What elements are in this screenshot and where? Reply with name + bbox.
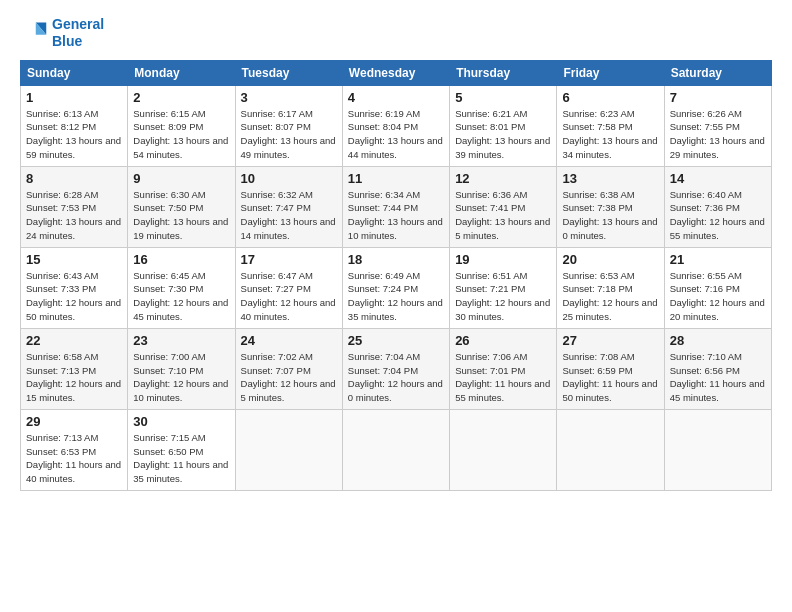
day-info: Sunrise: 6:21 AMSunset: 8:01 PMDaylight:… — [455, 107, 551, 162]
day-info: Sunrise: 6:36 AMSunset: 7:41 PMDaylight:… — [455, 188, 551, 243]
logo-text: General Blue — [52, 16, 104, 50]
empty-cell — [235, 409, 342, 490]
col-header-sunday: Sunday — [21, 60, 128, 85]
col-header-thursday: Thursday — [450, 60, 557, 85]
col-header-wednesday: Wednesday — [342, 60, 449, 85]
day-number: 13 — [562, 171, 658, 186]
calendar-week-5: 29Sunrise: 7:13 AMSunset: 6:53 PMDayligh… — [21, 409, 772, 490]
calendar-day-15: 15Sunrise: 6:43 AMSunset: 7:33 PMDayligh… — [21, 247, 128, 328]
day-info: Sunrise: 6:58 AMSunset: 7:13 PMDaylight:… — [26, 350, 122, 405]
day-number: 7 — [670, 90, 766, 105]
calendar-day-11: 11Sunrise: 6:34 AMSunset: 7:44 PMDayligh… — [342, 166, 449, 247]
day-info: Sunrise: 7:13 AMSunset: 6:53 PMDaylight:… — [26, 431, 122, 486]
day-info: Sunrise: 6:45 AMSunset: 7:30 PMDaylight:… — [133, 269, 229, 324]
day-number: 2 — [133, 90, 229, 105]
day-info: Sunrise: 6:51 AMSunset: 7:21 PMDaylight:… — [455, 269, 551, 324]
day-number: 4 — [348, 90, 444, 105]
day-info: Sunrise: 7:10 AMSunset: 6:56 PMDaylight:… — [670, 350, 766, 405]
col-header-tuesday: Tuesday — [235, 60, 342, 85]
page: General Blue SundayMondayTuesdayWednesda… — [0, 0, 792, 612]
calendar-day-20: 20Sunrise: 6:53 AMSunset: 7:18 PMDayligh… — [557, 247, 664, 328]
day-number: 11 — [348, 171, 444, 186]
calendar-day-22: 22Sunrise: 6:58 AMSunset: 7:13 PMDayligh… — [21, 328, 128, 409]
day-info: Sunrise: 7:00 AMSunset: 7:10 PMDaylight:… — [133, 350, 229, 405]
day-info: Sunrise: 6:32 AMSunset: 7:47 PMDaylight:… — [241, 188, 337, 243]
day-info: Sunrise: 6:38 AMSunset: 7:38 PMDaylight:… — [562, 188, 658, 243]
calendar-day-4: 4Sunrise: 6:19 AMSunset: 8:04 PMDaylight… — [342, 85, 449, 166]
day-number: 8 — [26, 171, 122, 186]
calendar-day-9: 9Sunrise: 6:30 AMSunset: 7:50 PMDaylight… — [128, 166, 235, 247]
calendar-day-1: 1Sunrise: 6:13 AMSunset: 8:12 PMDaylight… — [21, 85, 128, 166]
empty-cell — [557, 409, 664, 490]
calendar-week-1: 1Sunrise: 6:13 AMSunset: 8:12 PMDaylight… — [21, 85, 772, 166]
day-info: Sunrise: 6:15 AMSunset: 8:09 PMDaylight:… — [133, 107, 229, 162]
day-number: 3 — [241, 90, 337, 105]
calendar-day-25: 25Sunrise: 7:04 AMSunset: 7:04 PMDayligh… — [342, 328, 449, 409]
day-number: 6 — [562, 90, 658, 105]
calendar-day-3: 3Sunrise: 6:17 AMSunset: 8:07 PMDaylight… — [235, 85, 342, 166]
calendar-day-6: 6Sunrise: 6:23 AMSunset: 7:58 PMDaylight… — [557, 85, 664, 166]
calendar-day-26: 26Sunrise: 7:06 AMSunset: 7:01 PMDayligh… — [450, 328, 557, 409]
col-header-saturday: Saturday — [664, 60, 771, 85]
calendar-day-2: 2Sunrise: 6:15 AMSunset: 8:09 PMDaylight… — [128, 85, 235, 166]
logo-icon — [20, 19, 48, 47]
calendar-day-24: 24Sunrise: 7:02 AMSunset: 7:07 PMDayligh… — [235, 328, 342, 409]
day-info: Sunrise: 7:06 AMSunset: 7:01 PMDaylight:… — [455, 350, 551, 405]
col-header-friday: Friday — [557, 60, 664, 85]
logo: General Blue — [20, 16, 104, 50]
day-number: 20 — [562, 252, 658, 267]
day-number: 25 — [348, 333, 444, 348]
day-number: 18 — [348, 252, 444, 267]
day-number: 17 — [241, 252, 337, 267]
day-number: 15 — [26, 252, 122, 267]
calendar-day-29: 29Sunrise: 7:13 AMSunset: 6:53 PMDayligh… — [21, 409, 128, 490]
col-header-monday: Monday — [128, 60, 235, 85]
calendar-day-10: 10Sunrise: 6:32 AMSunset: 7:47 PMDayligh… — [235, 166, 342, 247]
day-number: 21 — [670, 252, 766, 267]
day-info: Sunrise: 6:23 AMSunset: 7:58 PMDaylight:… — [562, 107, 658, 162]
calendar-day-14: 14Sunrise: 6:40 AMSunset: 7:36 PMDayligh… — [664, 166, 771, 247]
day-number: 23 — [133, 333, 229, 348]
day-info: Sunrise: 6:49 AMSunset: 7:24 PMDaylight:… — [348, 269, 444, 324]
day-number: 24 — [241, 333, 337, 348]
day-number: 16 — [133, 252, 229, 267]
day-info: Sunrise: 6:55 AMSunset: 7:16 PMDaylight:… — [670, 269, 766, 324]
day-info: Sunrise: 6:40 AMSunset: 7:36 PMDaylight:… — [670, 188, 766, 243]
header: General Blue — [20, 16, 772, 50]
empty-cell — [342, 409, 449, 490]
calendar-day-21: 21Sunrise: 6:55 AMSunset: 7:16 PMDayligh… — [664, 247, 771, 328]
calendar-day-28: 28Sunrise: 7:10 AMSunset: 6:56 PMDayligh… — [664, 328, 771, 409]
calendar-day-18: 18Sunrise: 6:49 AMSunset: 7:24 PMDayligh… — [342, 247, 449, 328]
day-info: Sunrise: 7:08 AMSunset: 6:59 PMDaylight:… — [562, 350, 658, 405]
calendar-day-8: 8Sunrise: 6:28 AMSunset: 7:53 PMDaylight… — [21, 166, 128, 247]
calendar-day-19: 19Sunrise: 6:51 AMSunset: 7:21 PMDayligh… — [450, 247, 557, 328]
day-info: Sunrise: 6:34 AMSunset: 7:44 PMDaylight:… — [348, 188, 444, 243]
day-info: Sunrise: 6:13 AMSunset: 8:12 PMDaylight:… — [26, 107, 122, 162]
day-info: Sunrise: 7:04 AMSunset: 7:04 PMDaylight:… — [348, 350, 444, 405]
empty-cell — [664, 409, 771, 490]
day-number: 26 — [455, 333, 551, 348]
calendar-day-12: 12Sunrise: 6:36 AMSunset: 7:41 PMDayligh… — [450, 166, 557, 247]
day-info: Sunrise: 6:43 AMSunset: 7:33 PMDaylight:… — [26, 269, 122, 324]
day-number: 12 — [455, 171, 551, 186]
calendar-day-5: 5Sunrise: 6:21 AMSunset: 8:01 PMDaylight… — [450, 85, 557, 166]
day-info: Sunrise: 7:02 AMSunset: 7:07 PMDaylight:… — [241, 350, 337, 405]
day-info: Sunrise: 7:15 AMSunset: 6:50 PMDaylight:… — [133, 431, 229, 486]
day-info: Sunrise: 6:47 AMSunset: 7:27 PMDaylight:… — [241, 269, 337, 324]
calendar-day-7: 7Sunrise: 6:26 AMSunset: 7:55 PMDaylight… — [664, 85, 771, 166]
day-info: Sunrise: 6:17 AMSunset: 8:07 PMDaylight:… — [241, 107, 337, 162]
day-number: 1 — [26, 90, 122, 105]
day-number: 9 — [133, 171, 229, 186]
day-number: 29 — [26, 414, 122, 429]
calendar-week-3: 15Sunrise: 6:43 AMSunset: 7:33 PMDayligh… — [21, 247, 772, 328]
day-number: 10 — [241, 171, 337, 186]
calendar-week-4: 22Sunrise: 6:58 AMSunset: 7:13 PMDayligh… — [21, 328, 772, 409]
day-info: Sunrise: 6:28 AMSunset: 7:53 PMDaylight:… — [26, 188, 122, 243]
calendar-day-16: 16Sunrise: 6:45 AMSunset: 7:30 PMDayligh… — [128, 247, 235, 328]
empty-cell — [450, 409, 557, 490]
day-info: Sunrise: 6:26 AMSunset: 7:55 PMDaylight:… — [670, 107, 766, 162]
day-number: 5 — [455, 90, 551, 105]
day-number: 19 — [455, 252, 551, 267]
calendar-week-2: 8Sunrise: 6:28 AMSunset: 7:53 PMDaylight… — [21, 166, 772, 247]
day-number: 14 — [670, 171, 766, 186]
